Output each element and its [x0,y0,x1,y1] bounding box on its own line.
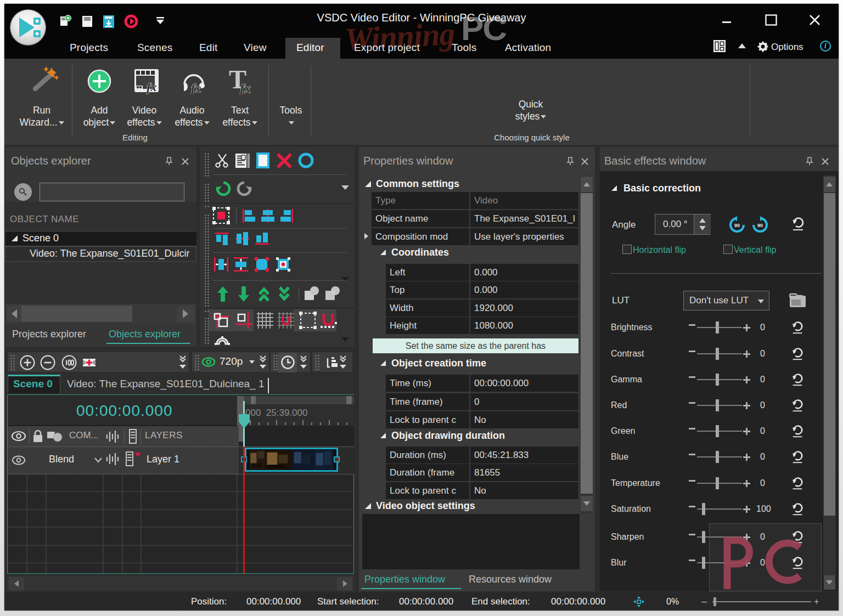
svg-text:90: 90 [734,223,740,228]
svg-text:fx: fx [240,81,251,95]
svg-text:fx: fx [147,80,156,94]
svg-text:fx: fx [191,81,201,94]
svg-text:90: 90 [757,223,763,228]
